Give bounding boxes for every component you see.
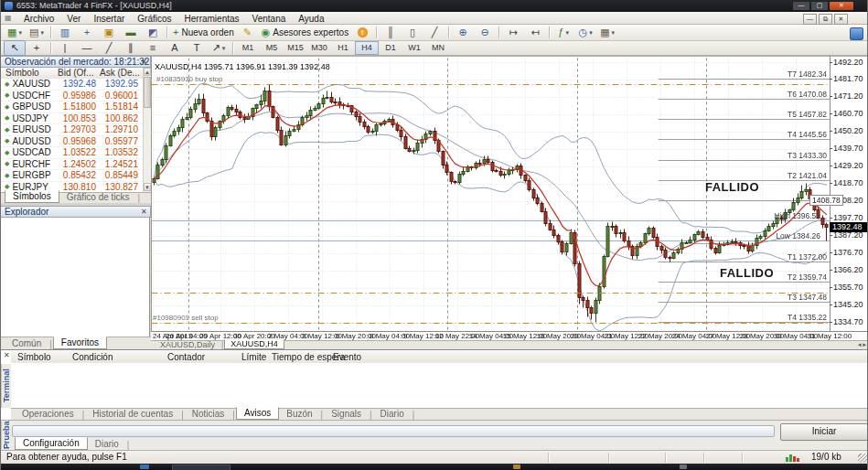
taskbar-item[interactable] xyxy=(680,465,687,469)
timeframe-h1-button[interactable]: H1 xyxy=(331,41,355,55)
maximize-button[interactable]: ▢ xyxy=(811,2,828,10)
data-window-button[interactable]: + xyxy=(76,25,98,40)
menu-item-insertar[interactable]: Insertar xyxy=(87,14,131,24)
vline-tool-button[interactable]: | xyxy=(54,40,76,56)
community-icon[interactable] xyxy=(850,27,863,40)
timeframe-mn-button[interactable]: MN xyxy=(426,41,450,55)
minimize-button[interactable]: — xyxy=(793,2,809,10)
arrows-tool-button[interactable]: ↗▾ xyxy=(208,40,230,56)
zoom-out-button[interactable]: ⊖ xyxy=(474,25,496,40)
cursor-tool-button[interactable]: ↖ xyxy=(4,40,26,56)
tab-comn[interactable]: Común xyxy=(5,338,48,349)
chart-mdi-icon[interactable]: ▦ xyxy=(5,14,13,22)
scroll-up-icon[interactable]: ▲ xyxy=(144,68,151,76)
column-ask[interactable]: Ask (De... xyxy=(100,68,140,78)
navigator-button[interactable]: ▣ xyxy=(98,25,120,40)
new-chart-button[interactable]: ▦▾ xyxy=(4,25,26,40)
table-row[interactable]: ◆USDJPY100.853100.862 xyxy=(1,113,144,125)
terminal-tab-signals[interactable]: Signals xyxy=(324,409,369,420)
tab-grficodeticks[interactable]: Gráfico de ticks xyxy=(59,192,137,203)
fibonacci-tool-button[interactable]: ≡ xyxy=(142,40,164,56)
tab-favoritos[interactable]: Favoritos xyxy=(53,336,107,349)
table-row[interactable]: ◆EURGBP0.854320.85449 xyxy=(1,170,144,182)
strategy-tester-button[interactable]: ◩ xyxy=(142,25,164,40)
experts-status-button[interactable]: ! xyxy=(351,25,373,40)
tester-tab-diario[interactable]: Diario xyxy=(88,439,126,450)
table-row[interactable]: ◆USDCAD1.035221.03532 xyxy=(1,147,144,159)
terminal-column-2[interactable]: Contador xyxy=(167,352,205,362)
resize-grip[interactable] xyxy=(858,454,867,463)
table-row[interactable]: ◆EURCHF1.245021.24521 xyxy=(1,159,144,171)
menu-item-grficos[interactable]: Gráficos xyxy=(131,14,177,24)
menu-item-archivo[interactable]: Archivo xyxy=(17,14,60,24)
price-chart-canvas[interactable] xyxy=(151,58,830,331)
buy-stop-order-label[interactable]: #10835930 buy stop xyxy=(156,75,223,83)
chart-shift-button[interactable]: ↤ xyxy=(524,25,546,40)
terminal-column-1[interactable]: Condición xyxy=(72,352,113,362)
terminal-column-3[interactable]: Límite xyxy=(241,352,266,362)
terminal-button[interactable]: ▬ xyxy=(120,25,142,40)
navigator-body[interactable] xyxy=(1,218,150,336)
terminal-column-0[interactable]: Símbolo xyxy=(17,352,51,362)
terminal-tab-diario[interactable]: Diario xyxy=(373,409,412,420)
menu-item-ver[interactable]: Ver xyxy=(60,14,87,24)
timeframe-m30-button[interactable]: M30 xyxy=(307,41,331,55)
menu-item-ventana[interactable]: Ventana xyxy=(246,14,293,24)
close-button[interactable]: ✕ xyxy=(830,2,853,10)
periods-button[interactable]: ◷▾ xyxy=(574,25,596,40)
tab-scroll-arrows[interactable]: ◂ ▸ xyxy=(858,341,866,348)
scrollbar-thumb[interactable] xyxy=(144,77,151,108)
table-row[interactable]: ◆AUDUSD0.959680.95977 xyxy=(1,136,144,148)
tab-smbolos[interactable]: Símbolos xyxy=(5,190,59,203)
taskbar-item-active[interactable] xyxy=(172,465,230,470)
timeframe-d1-button[interactable]: D1 xyxy=(379,41,402,55)
line-chart-type-button[interactable]: ╱ xyxy=(423,25,445,40)
expert-advisors-button[interactable]: ◉Asesores expertos xyxy=(259,25,351,40)
menu-item-ayuda[interactable]: Ayuda xyxy=(292,14,330,24)
taskbar-item[interactable] xyxy=(140,465,149,469)
taskbar-item[interactable] xyxy=(513,465,520,469)
terminal-tab-avisos[interactable]: Avisos xyxy=(236,407,279,420)
os-taskbar[interactable] xyxy=(1,464,868,470)
terminal-tab-noticias[interactable]: Noticias xyxy=(185,409,232,420)
close-icon[interactable]: ✕ xyxy=(141,208,147,216)
table-row[interactable]: ◆USDCHF0.959860.96001 xyxy=(1,91,144,102)
timeframe-m1-button[interactable]: M1 xyxy=(236,41,260,55)
mdi-minimize-button[interactable]: — xyxy=(803,14,817,25)
chart-tab-xauusddaily[interactable]: XAUUSD,Daily xyxy=(155,341,220,349)
profiles-button[interactable]: ▤▾ xyxy=(26,25,48,40)
menu-item-herramientas[interactable]: Herramientas xyxy=(178,14,246,24)
timeframe-m15-button[interactable]: M15 xyxy=(284,41,307,55)
column-symbol[interactable]: Símbolo xyxy=(5,68,39,78)
chart-tab-xauusdh4[interactable]: XAUUSD,H4 xyxy=(224,339,284,349)
timeframe-m5-button[interactable]: M5 xyxy=(260,41,284,55)
mdi-restore-button[interactable]: ⧉ xyxy=(819,14,832,25)
timeframe-w1-button[interactable]: W1 xyxy=(402,41,426,55)
table-row[interactable]: ◆XAUUSD1392.481392.95 xyxy=(1,79,144,91)
text-tool-button[interactable]: A xyxy=(164,40,186,56)
mdi-close-button[interactable]: ✕ xyxy=(834,14,848,25)
table-row[interactable]: ◆GBPUSD1.518001.51814 xyxy=(1,101,144,113)
timeframe-h4-button[interactable]: H4 xyxy=(355,41,379,55)
trendline-tool-button[interactable]: ╱ xyxy=(98,40,120,56)
terminal-tab-operaciones[interactable]: Operaciones xyxy=(15,409,81,420)
scroll-down-icon[interactable]: ▼ xyxy=(144,183,151,191)
templates-button[interactable]: ▦▾ xyxy=(596,25,618,40)
close-icon[interactable]: ✕ xyxy=(141,59,147,66)
indicators-button[interactable]: ƒ▾ xyxy=(552,25,574,40)
navigator-header[interactable]: Explorador ✕ xyxy=(1,206,151,218)
metaeditor-button[interactable]: ✎ xyxy=(237,25,259,40)
title-bar[interactable]: 6553: MetaTrader 4 FinFX - [XAUUSD,H4] —… xyxy=(1,0,868,12)
terminal-tab-buzn[interactable]: Buzón xyxy=(279,409,319,420)
hline-tool-button[interactable]: — xyxy=(76,40,98,56)
label-tool-button[interactable]: T xyxy=(186,40,208,56)
auto-scroll-button[interactable]: ↦ xyxy=(502,25,524,40)
tester-tab-configuracin[interactable]: Configuración xyxy=(15,437,88,450)
terminal-column-5[interactable]: Evento xyxy=(333,352,361,362)
sell-stop-order-label[interactable]: #10980901 sell stop xyxy=(153,314,219,322)
crosshair-tool-button[interactable]: + xyxy=(26,40,48,56)
table-row[interactable]: ◆EURUSD1.297031.29710 xyxy=(1,124,144,136)
market-watch-button[interactable]: ▥ xyxy=(54,25,76,40)
terminal-tab-historialdecuentas[interactable]: Historial de cuentas xyxy=(85,409,180,420)
market-watch-header[interactable]: Observación del mercado: 18:21:32 ✕ xyxy=(1,56,151,68)
